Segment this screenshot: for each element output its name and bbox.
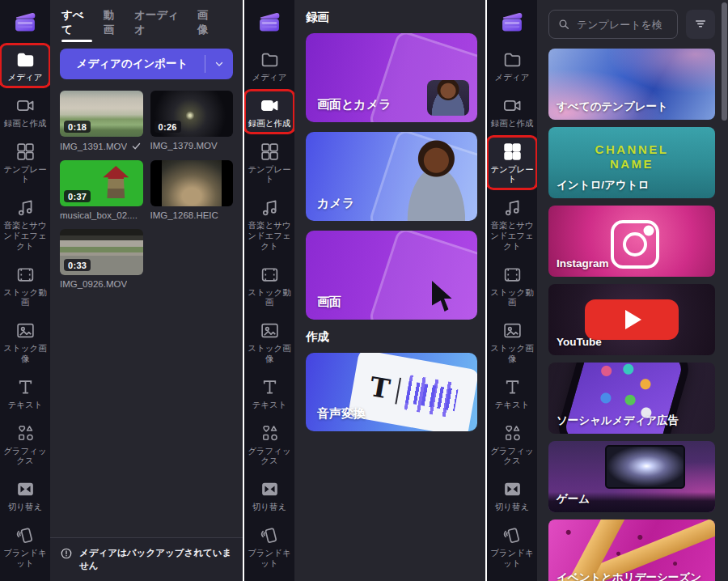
chevron-down-icon[interactable] — [205, 58, 233, 70]
template-card-youtube[interactable]: YouTube — [548, 284, 715, 355]
folder-icon — [260, 49, 280, 70]
card-label: Instagram — [557, 257, 707, 271]
music-note-icon — [15, 197, 36, 218]
clipchamp-app: メディア 録画と作成 テンプレート 音楽とサウンドエフェクト ストック動画 スト… — [0, 0, 728, 581]
brand-kit-icon — [15, 525, 36, 545]
sidebar-item-label: ストック画像 — [247, 343, 292, 364]
media-filename: musical_box_02.... — [60, 210, 138, 220]
sidebar-item-record-create[interactable]: 録画と作成 — [2, 91, 49, 132]
media-thumbnail-night-street: 0:26 — [150, 91, 234, 137]
sidebar-item-transitions[interactable]: 切り替え — [2, 475, 49, 515]
sidebar: メディア 録画と作成 テンプレート 音楽とサウンドエフェクト ストック動画 スト… — [0, 0, 50, 581]
media-item[interactable]: 0:37 musical_box_02.... — [60, 160, 143, 220]
record-card-screen[interactable]: 画面 — [306, 231, 477, 320]
sidebar-item-label: 切り替え — [8, 502, 43, 512]
sidebar-item-label: ブランドキット — [2, 548, 48, 569]
sidebar-item-media[interactable]: メディア — [2, 45, 49, 86]
sidebar-item-text[interactable]: テキスト — [489, 373, 535, 413]
record-panel-content: 録画 画面とカメラ カメラ 画面 作成 T 音声変換 — [294, 0, 485, 581]
template-card-events-holidays[interactable]: イベントとホリデーシーズン — [548, 520, 715, 581]
shapes-icon — [260, 423, 280, 443]
sidebar-item-templates[interactable]: テンプレート — [2, 138, 49, 189]
sidebar-item-text[interactable]: テキスト — [2, 373, 49, 413]
media-thumbnail-highway: 0:33 — [60, 229, 143, 275]
record-card-camera[interactable]: カメラ — [306, 132, 477, 221]
sidebar-item-stock-video[interactable]: ストック動画 — [489, 261, 535, 312]
clipchamp-logo[interactable] — [256, 8, 283, 36]
sidebar-item-brand-kit[interactable]: ブランドキット — [246, 521, 293, 572]
sidebar-item-media[interactable]: メディア — [246, 45, 293, 86]
sidebar-item-media[interactable]: メディア — [489, 45, 535, 86]
sidebar-item-transitions[interactable]: 切り替え — [246, 475, 293, 515]
tab-all[interactable]: すべて — [61, 8, 86, 42]
tts-letter-glyph: T — [368, 372, 402, 404]
duration-badge: 0:26 — [154, 121, 181, 133]
tab-audio[interactable]: オーディオ — [134, 8, 180, 42]
template-card-intro-outro[interactable]: イントロ/アウトロ CHANNEL NAME — [548, 127, 715, 198]
transition-icon — [260, 479, 280, 499]
clipchamp-logo[interactable] — [498, 8, 526, 36]
template-card-social-ads[interactable]: ソーシャルメディア広告 — [548, 363, 715, 434]
sidebar-item-brand-kit[interactable]: ブランドキット — [2, 521, 49, 572]
templates-panel-content: すべてのテンプレート イントロ/アウトロ CHANNEL NAME Instag… — [537, 0, 728, 581]
template-icon — [502, 142, 523, 162]
media-thumbnail-cherry-blossom: 0:18 — [60, 91, 143, 137]
sidebar-item-text[interactable]: テキスト — [246, 373, 293, 413]
sidebar-item-stock-image[interactable]: ストック画像 — [246, 316, 293, 367]
section-title: 作成 — [306, 329, 477, 345]
media-item[interactable]: 0:33 IMG_0926.MOV — [60, 229, 143, 289]
template-card-gaming[interactable]: ゲーム — [548, 441, 715, 512]
record-card-voice-conversion[interactable]: T 音声変換 — [306, 353, 477, 431]
sidebar-item-templates[interactable]: テンプレート — [489, 138, 535, 189]
image-icon — [15, 320, 36, 341]
sidebar-item-brand-kit[interactable]: ブランドキット — [489, 521, 535, 572]
sidebar-item-templates[interactable]: テンプレート — [246, 138, 293, 189]
sidebar-item-music-sfx[interactable]: 音楽とサウンドエフェクト — [2, 193, 49, 254]
sidebar-item-label: 音楽とサウンドエフェクト — [247, 220, 292, 251]
sidebar-item-stock-video[interactable]: ストック動画 — [2, 261, 49, 312]
music-note-icon — [502, 197, 523, 218]
template-search-input[interactable] — [577, 19, 669, 31]
record-section: 作成 T 音声変換 — [306, 329, 477, 431]
clipchamp-logo[interactable] — [11, 8, 39, 36]
media-item[interactable]: IMG_1268.HEIC — [150, 160, 234, 220]
import-media-button[interactable]: メディアのインポート — [60, 49, 233, 79]
shapes-icon — [15, 423, 36, 443]
filter-button[interactable] — [686, 10, 715, 39]
sidebar-item-music-sfx[interactable]: 音楽とサウンドエフェクト — [246, 193, 293, 254]
tab-image[interactable]: 画像 — [197, 8, 210, 42]
sidebar-item-label: ブランドキット — [489, 548, 535, 569]
section-title: 録画 — [306, 10, 477, 25]
sidebar-item-label: テンプレート — [247, 164, 292, 185]
brand-kit-icon — [260, 525, 280, 545]
sidebar-item-label: ストック画像 — [2, 343, 48, 364]
film-icon — [502, 265, 523, 285]
filter-icon — [693, 16, 708, 33]
card-artwork: T — [348, 353, 477, 431]
sidebar-item-transitions[interactable]: 切り替え — [489, 475, 535, 515]
template-search-box[interactable] — [548, 10, 678, 39]
scrollbar-thumb[interactable] — [722, 2, 727, 121]
template-icon — [260, 142, 280, 162]
sidebar-item-record-create[interactable]: 録画と作成 — [489, 91, 535, 132]
record-card-screen-camera[interactable]: 画面とカメラ — [306, 33, 477, 122]
sidebar-item-record-create[interactable]: 録画と作成 — [246, 91, 293, 132]
sidebar-item-graphics[interactable]: グラフィックス — [489, 419, 535, 470]
sidebar-item-graphics[interactable]: グラフィックス — [2, 419, 49, 470]
tab-label: 画像 — [197, 9, 209, 36]
media-item[interactable]: 0:26 IMG_1379.MOV — [150, 91, 234, 151]
sidebar-item-label: ストック動画 — [247, 287, 292, 308]
template-card-all-templates[interactable]: すべてのテンプレート — [548, 49, 715, 120]
media-item[interactable]: 0:18 IMG_1391.MOV — [60, 91, 143, 151]
sidebar-item-stock-image[interactable]: ストック画像 — [2, 316, 49, 367]
backup-status-bar[interactable]: メディアはバックアップされていません — [50, 537, 243, 581]
sidebar-item-stock-video[interactable]: ストック動画 — [246, 261, 293, 312]
tab-video[interactable]: 動画 — [104, 8, 116, 42]
sidebar-item-music-sfx[interactable]: 音楽とサウンドエフェクト — [489, 193, 535, 254]
sidebar-item-stock-image[interactable]: ストック画像 — [489, 316, 535, 367]
sidebar-item-graphics[interactable]: グラフィックス — [246, 419, 293, 470]
transition-icon — [15, 479, 36, 499]
template-card-instagram[interactable]: Instagram — [548, 206, 715, 277]
text-icon — [260, 377, 280, 397]
card-label: イントロ/アウトロ — [557, 179, 707, 193]
